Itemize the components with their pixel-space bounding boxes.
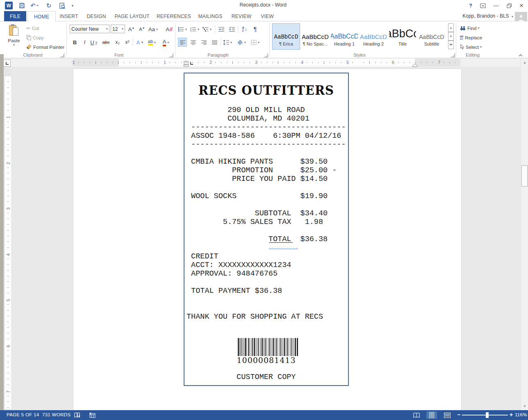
find-dropdown-arrow[interactable]: ▾ xyxy=(478,26,479,30)
format-painter-button[interactable]: Format Painter xyxy=(26,43,64,51)
web-layout-button[interactable] xyxy=(442,411,453,419)
tab-page-layout[interactable]: PAGE LAYOUT xyxy=(112,11,152,21)
bullets-button[interactable]: ▾ xyxy=(178,25,187,34)
collapse-ribbon-button[interactable] xyxy=(518,52,525,57)
line-spacing-dropdown-arrow[interactable]: ▾ xyxy=(230,41,232,44)
superscript-button[interactable]: x² xyxy=(123,38,132,47)
grow-font-button[interactable]: A▲ xyxy=(127,25,136,34)
font-name-dropdown-arrow[interactable]: ▾ xyxy=(106,27,108,31)
tab-insert[interactable]: INSERT xyxy=(58,11,80,21)
avatar[interactable] xyxy=(515,12,527,21)
underline-button[interactable]: U▾ xyxy=(89,38,98,47)
scroll-down-arrow[interactable]: ▼ xyxy=(521,403,528,410)
find-button[interactable]: Find▾ xyxy=(460,24,479,32)
shading-dropdown-arrow[interactable]: ▾ xyxy=(244,41,246,44)
font-color-dropdown-arrow[interactable]: ▾ xyxy=(167,41,169,44)
restore-button[interactable] xyxy=(503,2,515,9)
tab-home[interactable]: HOME xyxy=(27,11,56,22)
horizontal-ruler[interactable]: 1 1 2 3 4 5 6 7 xyxy=(73,59,460,66)
page-indicator[interactable]: PAGE 5 OF 14 xyxy=(7,412,39,417)
paste-dropdown-arrow[interactable]: ▾ xyxy=(5,43,23,47)
vertical-scrollbar[interactable]: ▲ ▼ xyxy=(521,59,528,410)
account-name[interactable]: Kopp, Brandon - BLS ▾ xyxy=(462,13,513,19)
ribbon-display-options-button[interactable] xyxy=(477,2,489,9)
align-center-button[interactable] xyxy=(189,38,198,47)
paste-button[interactable]: Paste ▾ xyxy=(5,23,23,50)
highlight-dropdown-arrow[interactable]: ▾ xyxy=(154,41,156,44)
font-size-dropdown-arrow[interactable]: ▾ xyxy=(122,27,123,31)
proofing-errors-button[interactable]: x xyxy=(72,411,83,419)
select-button[interactable]: Select▾ xyxy=(460,43,482,51)
style-erica[interactable]: AaBbCcD ¶ Erica xyxy=(272,23,300,50)
zoom-out-button[interactable]: − xyxy=(457,411,460,418)
strikethrough-button[interactable]: abc xyxy=(102,38,110,47)
styles-scroll-up[interactable]: ▲ xyxy=(448,23,454,32)
font-dialog-launcher[interactable] xyxy=(169,53,173,57)
line-spacing-button[interactable]: ▾ xyxy=(223,38,232,47)
cut-button[interactable]: ✂Cut xyxy=(26,24,39,32)
zoom-in-button[interactable]: + xyxy=(510,411,513,418)
undo-button[interactable]: ↶▾ xyxy=(30,1,39,10)
tab-stop-marker[interactable] xyxy=(190,62,193,65)
styles-more-button[interactable]: ▼ xyxy=(448,41,454,49)
italic-button[interactable]: I xyxy=(80,38,89,47)
font-size-combo[interactable]: 12▾ xyxy=(111,25,125,33)
clear-formatting-button[interactable]: A xyxy=(165,25,173,34)
word-logo-icon[interactable]: W xyxy=(5,2,13,9)
document-page[interactable]: RECS OUTFITTERS 290 OLD MILL ROAD COLUMB… xyxy=(73,68,462,410)
print-preview-button[interactable] xyxy=(57,1,67,10)
sort-button[interactable]: AZ ↓ xyxy=(240,25,249,34)
vertical-ruler[interactable]: 1 2 3 4 5 6 7 xyxy=(5,69,11,409)
subscript-button[interactable]: x₂ xyxy=(113,38,122,47)
numbering-dropdown-arrow[interactable]: ▾ xyxy=(198,27,199,31)
style-heading-1[interactable]: AaBbCcD Heading 1 xyxy=(330,23,358,50)
select-dropdown-arrow[interactable]: ▾ xyxy=(480,45,482,49)
print-layout-button[interactable] xyxy=(426,411,437,419)
read-mode-button[interactable] xyxy=(411,411,422,419)
save-button[interactable] xyxy=(17,1,26,10)
underline-dropdown-arrow[interactable]: ▾ xyxy=(96,41,97,44)
align-left-button[interactable] xyxy=(178,38,187,47)
copy-button[interactable]: Copy xyxy=(26,33,44,42)
replace-button[interactable]: abac Replace xyxy=(460,33,482,42)
text-effects-dropdown-arrow[interactable]: ▾ xyxy=(141,41,143,44)
borders-dropdown-arrow[interactable]: ▾ xyxy=(258,41,259,44)
justify-button[interactable] xyxy=(210,38,219,47)
undo-dropdown-arrow[interactable]: ▾ xyxy=(37,4,39,7)
multilevel-dropdown-arrow[interactable]: ▾ xyxy=(210,27,212,31)
highlight-button[interactable]: ab▾ xyxy=(148,38,156,47)
close-button[interactable]: × xyxy=(516,2,527,9)
account-dropdown-arrow[interactable]: ▾ xyxy=(512,15,513,18)
bold-button[interactable]: B xyxy=(71,38,79,47)
bullets-dropdown-arrow[interactable]: ▾ xyxy=(185,27,187,31)
font-name-combo[interactable]: Courier New▾ xyxy=(70,25,109,33)
tab-selector[interactable] xyxy=(3,59,11,67)
tab-review[interactable]: REVIEW xyxy=(229,11,254,21)
align-right-button[interactable] xyxy=(199,38,208,47)
zoom-slider-thumb[interactable] xyxy=(486,412,489,418)
shading-button[interactable]: ▾ xyxy=(237,38,246,47)
style-subtitle[interactable]: AaBbCcD Subtitle xyxy=(418,23,446,50)
paragraph-dialog-launcher[interactable] xyxy=(264,53,268,57)
qat-customize-dropdown[interactable]: ▾ xyxy=(69,1,76,10)
tab-references[interactable]: REFERENCES xyxy=(155,11,192,21)
scroll-thumb[interactable] xyxy=(521,165,528,187)
shrink-font-button[interactable]: A▼ xyxy=(138,25,146,34)
text-effects-button[interactable]: A▾ xyxy=(135,38,144,47)
zoom-level[interactable]: 116% xyxy=(515,412,527,417)
help-button[interactable]: ? xyxy=(465,2,476,9)
style-no-spacing[interactable]: AaBbCcD ¶ No Spac... xyxy=(301,23,329,50)
zoom-slider-track[interactable] xyxy=(462,415,508,415)
tab-mailings[interactable]: MAILINGS xyxy=(196,11,225,21)
scroll-up-arrow[interactable]: ▲ xyxy=(521,59,528,66)
borders-button[interactable]: ▾ xyxy=(251,38,259,47)
increase-indent-button[interactable] xyxy=(228,25,237,34)
font-color-button[interactable]: A▾ xyxy=(162,38,170,47)
styles-scroll-down[interactable]: ▼ xyxy=(448,32,454,41)
change-case-button[interactable]: Aa▾ xyxy=(148,25,158,34)
style-title[interactable]: AaBbCcD Title xyxy=(389,23,416,50)
show-hide-pilcrow-button[interactable]: ¶ xyxy=(251,25,259,34)
minimize-button[interactable]: — xyxy=(490,2,502,9)
tab-view[interactable]: VIEW xyxy=(257,11,277,21)
numbering-button[interactable]: 123 ▾ xyxy=(190,25,199,34)
